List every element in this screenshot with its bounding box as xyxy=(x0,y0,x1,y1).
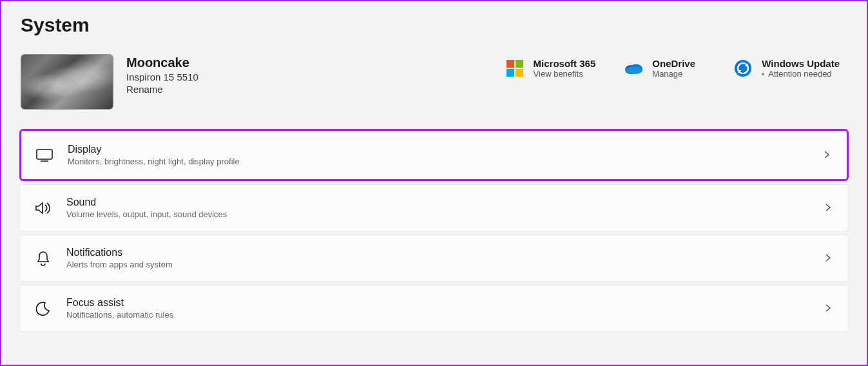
settings-list: Display Monitors, brightness, night ligh… xyxy=(1,129,867,332)
device-info: Mooncake Inspiron 15 5510 Rename xyxy=(126,54,198,95)
svg-rect-3 xyxy=(516,69,523,77)
page-title: System xyxy=(1,1,867,36)
quickcard-windows-update[interactable]: Windows Update Attention needed xyxy=(726,54,847,82)
list-item-title: Sound xyxy=(66,197,824,208)
list-item-display[interactable]: Display Monitors, brightness, night ligh… xyxy=(19,129,849,181)
quickcard-subtitle: Manage xyxy=(652,69,695,79)
list-item-title: Notifications xyxy=(66,247,824,258)
quickcard-subtitle: View benefits xyxy=(534,69,596,79)
svg-rect-8 xyxy=(37,149,52,159)
list-item-sound[interactable]: Sound Volume levels, output, input, soun… xyxy=(19,184,849,231)
chevron-right-icon xyxy=(824,203,834,213)
onedrive-icon xyxy=(624,59,643,78)
chevron-right-icon xyxy=(824,253,834,264)
quickcard-subtitle: Attention needed xyxy=(762,69,840,79)
svg-point-6 xyxy=(626,66,642,74)
quickcard-title: Windows Update xyxy=(762,58,840,69)
list-item-desc: Notifications, automatic rules xyxy=(66,310,824,320)
quickcard-microsoft365[interactable]: Microsoft 365 View benefits xyxy=(497,54,604,82)
display-icon xyxy=(35,146,53,164)
list-item-desc: Volume levels, output, input, sound devi… xyxy=(66,209,824,219)
list-item-focus-assist[interactable]: Focus assist Notifications, automatic ru… xyxy=(19,285,849,332)
list-item-desc: Monitors, brightness, night light, displ… xyxy=(68,157,822,166)
quickcard-title: Microsoft 365 xyxy=(534,58,596,69)
quickcard-subtitle-text: Attention needed xyxy=(768,69,831,79)
list-item-desc: Alerts from apps and system xyxy=(66,260,824,269)
bell-icon xyxy=(34,249,52,267)
svg-rect-1 xyxy=(516,60,523,68)
chevron-right-icon xyxy=(824,303,834,314)
device-model: Inspiron 15 5510 xyxy=(126,72,198,82)
quickcard-title: OneDrive xyxy=(652,58,695,69)
rename-link[interactable]: Rename xyxy=(126,84,198,95)
device-name: Mooncake xyxy=(126,55,198,70)
moon-icon xyxy=(34,300,52,318)
chevron-right-icon xyxy=(822,150,833,160)
list-item-title: Focus assist xyxy=(66,297,824,309)
microsoft-logo-icon xyxy=(505,59,525,78)
status-dot-icon xyxy=(762,73,764,75)
sound-icon xyxy=(34,199,52,217)
svg-rect-0 xyxy=(506,60,514,68)
quickcard-onedrive[interactable]: OneDrive Manage xyxy=(616,54,713,82)
sync-icon xyxy=(733,59,753,78)
header-row: Mooncake Inspiron 15 5510 Rename Microso… xyxy=(1,36,867,129)
svg-rect-2 xyxy=(506,69,514,77)
list-item-title: Display xyxy=(68,144,822,155)
device-thumbnail[interactable] xyxy=(21,54,113,110)
list-item-notifications[interactable]: Notifications Alerts from apps and syste… xyxy=(19,235,849,282)
